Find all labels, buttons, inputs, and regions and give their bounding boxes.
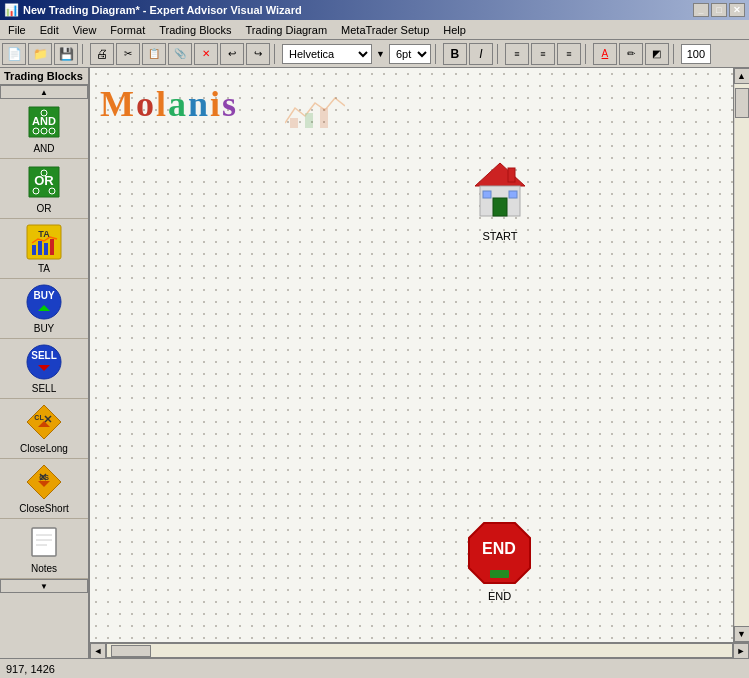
italic-button[interactable]: I (469, 43, 493, 65)
canvas-area[interactable]: Molanis (90, 68, 733, 642)
svg-point-9 (49, 188, 55, 194)
bold-button[interactable]: B (443, 43, 467, 65)
menu-file[interactable]: File (2, 22, 32, 38)
scroll-right-button[interactable]: ► (733, 643, 749, 658)
title-text: New Trading Diagram* - Expert Advisor Vi… (23, 4, 302, 16)
notes-label: Notes (31, 563, 57, 574)
canvas-content: Molanis (90, 68, 733, 642)
svg-rect-49 (490, 570, 509, 578)
menu-trading-diagram[interactable]: Trading Diagram (240, 22, 334, 38)
svg-rect-43 (493, 198, 507, 216)
menu-format[interactable]: Format (104, 22, 151, 38)
cut-button[interactable]: ✂ (116, 43, 140, 65)
svg-rect-34 (32, 528, 56, 556)
sidebar-item-closelong[interactable]: CL CloseLong (0, 399, 88, 459)
menu-trading-blocks[interactable]: Trading Blocks (153, 22, 237, 38)
closeshort-label: CloseShort (19, 503, 68, 514)
v-scroll-thumb[interactable] (735, 88, 749, 118)
buy-label: BUY (34, 323, 55, 334)
start-element[interactable]: START (470, 158, 530, 242)
window-controls[interactable]: _ □ ✕ (693, 3, 745, 17)
end-icon: END (462, 518, 537, 588)
sidebar-scroll-up[interactable]: ▲ (0, 85, 88, 99)
zoom-input[interactable]: 100 (681, 44, 711, 64)
undo-button[interactable]: ↩ (220, 43, 244, 65)
main-area: Trading Blocks ▲ AND AND OR (0, 68, 749, 658)
minimize-button[interactable]: _ (693, 3, 709, 17)
separator-4 (497, 44, 501, 64)
h-scroll-track[interactable] (106, 643, 733, 658)
separator-6 (673, 44, 677, 64)
ta-icon: TA (25, 223, 63, 261)
closeshort-icon: CS (25, 463, 63, 501)
maximize-button[interactable]: □ (711, 3, 727, 17)
close-button[interactable]: ✕ (729, 3, 745, 17)
paste-button[interactable]: 📋 (142, 43, 166, 65)
end-label: END (488, 590, 511, 602)
sidebar-item-and[interactable]: AND AND (0, 99, 88, 159)
svg-rect-38 (290, 118, 298, 128)
dropdown-arrow-font: ▼ (376, 49, 385, 59)
separator-3 (435, 44, 439, 64)
app-icon: 📊 (4, 3, 19, 17)
end-element[interactable]: END END (462, 518, 537, 602)
align-right-button[interactable]: ≡ (557, 43, 581, 65)
svg-rect-16 (50, 239, 54, 255)
new-button[interactable]: 📄 (2, 43, 26, 65)
title-bar: 📊 New Trading Diagram* - Expert Advisor … (0, 0, 749, 20)
svg-text:BUY: BUY (33, 290, 54, 301)
font-size-selector[interactable]: 6pt 8pt 10pt 12pt (389, 44, 431, 64)
svg-marker-41 (475, 163, 525, 186)
sidebar-item-buy[interactable]: BUY BUY (0, 279, 88, 339)
save-button[interactable]: 💾 (54, 43, 78, 65)
svg-rect-14 (38, 241, 42, 255)
copy-button[interactable]: 📎 (168, 43, 192, 65)
sidebar-item-sell[interactable]: SELL SELL (0, 339, 88, 399)
sell-label: SELL (32, 383, 56, 394)
v-scroll-track[interactable] (735, 84, 749, 626)
print-button[interactable]: 🖨 (90, 43, 114, 65)
highlight-button[interactable]: ✏ (619, 43, 643, 65)
sidebar-scroll-down[interactable]: ▼ (0, 579, 88, 593)
svg-text:END: END (482, 540, 516, 557)
menu-view[interactable]: View (67, 22, 103, 38)
sidebar-item-closeshort[interactable]: CS CloseShort (0, 459, 88, 519)
menu-metatrader[interactable]: MetaTrader Setup (335, 22, 435, 38)
svg-point-5 (41, 110, 47, 116)
scroll-up-button[interactable]: ▲ (734, 68, 750, 84)
svg-point-8 (33, 188, 39, 194)
font-selector[interactable]: Helvetica Arial Times New Roman (282, 44, 372, 64)
ta-label: TA (38, 263, 50, 274)
scroll-down-button[interactable]: ▼ (734, 626, 750, 642)
sidebar-item-or[interactable]: OR OR (0, 159, 88, 219)
svg-rect-13 (32, 245, 36, 255)
separator-5 (585, 44, 589, 64)
svg-rect-39 (305, 113, 313, 128)
sidebar: Trading Blocks ▲ AND AND OR (0, 68, 90, 658)
redo-button[interactable]: ↪ (246, 43, 270, 65)
svg-text:SELL: SELL (31, 350, 57, 361)
notes-icon (25, 523, 63, 561)
separator-1 (82, 44, 86, 64)
sidebar-item-ta[interactable]: TA TA (0, 219, 88, 279)
svg-rect-45 (509, 191, 517, 198)
h-scroll-thumb[interactable] (111, 645, 151, 657)
or-icon: OR (25, 163, 63, 201)
delete-button[interactable]: ✕ (194, 43, 218, 65)
closelong-icon: CL (25, 403, 63, 441)
start-icon (470, 158, 530, 228)
align-center-button[interactable]: ≡ (531, 43, 555, 65)
scroll-left-button[interactable]: ◄ (90, 643, 106, 658)
menu-help[interactable]: Help (437, 22, 472, 38)
open-button[interactable]: 📁 (28, 43, 52, 65)
and-icon: AND (25, 103, 63, 141)
fill-button[interactable]: ◩ (645, 43, 669, 65)
start-label: START (482, 230, 517, 242)
svg-point-10 (41, 170, 47, 176)
font-color-button[interactable]: A (593, 43, 617, 65)
svg-rect-44 (483, 191, 491, 198)
align-left-button[interactable]: ≡ (505, 43, 529, 65)
sidebar-item-notes[interactable]: Notes (0, 519, 88, 579)
menu-edit[interactable]: Edit (34, 22, 65, 38)
sidebar-title: Trading Blocks (4, 70, 83, 82)
